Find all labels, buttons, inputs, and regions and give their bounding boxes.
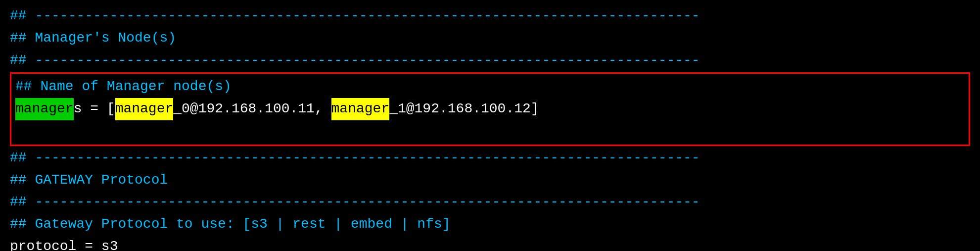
highlighted-section: ## Name of Manager node(s) managers = [m… — [10, 72, 970, 146]
comment-hash: ## — [10, 191, 35, 213]
line-separator-1: ## -------------------------------------… — [10, 5, 970, 27]
line-managers-assignment: managers = [manager_0@192.168.100.11, ma… — [15, 98, 965, 120]
comment-hash: ## — [15, 76, 40, 98]
separator-dashes: ----------------------------------------… — [35, 147, 700, 169]
line-empty-in-box — [15, 120, 965, 143]
separator-dashes: ----------------------------------------… — [35, 191, 700, 213]
keyword-manager-yellow-2: manager — [331, 98, 390, 120]
line-separator-4: ## -------------------------------------… — [10, 191, 970, 213]
assignment-start: s = [ — [74, 98, 115, 120]
line-gateway-heading: ## GATEWAY Protocol — [10, 169, 970, 192]
managers-heading-text: Manager's Node(s) — [35, 27, 176, 50]
comment-hash: ## — [10, 27, 35, 50]
line-manager-node-comment: ## Name of Manager node(s) — [15, 76, 965, 98]
line-separator-2: ## -------------------------------------… — [10, 50, 970, 72]
keyword-manager-yellow-1: manager — [115, 98, 174, 120]
line-separator-3: ## -------------------------------------… — [10, 147, 970, 169]
keyword-manager-green: manager — [15, 98, 74, 120]
gateway-protocol-comment-text: Gateway Protocol to use: [s3 | rest | em… — [35, 213, 450, 236]
line-protocol-assignment: protocol = s3 — [10, 236, 970, 251]
comment-hash: ## — [10, 5, 35, 27]
manager-1-value: _1@192.168.100.12] — [389, 98, 539, 120]
line-gateway-protocol-comment: ## Gateway Protocol to use: [s3 | rest |… — [10, 213, 970, 236]
separator-dashes: ----------------------------------------… — [35, 5, 700, 27]
comment-hash: ## — [10, 50, 35, 72]
separator-dashes: ----------------------------------------… — [35, 50, 700, 72]
code-editor: ## -------------------------------------… — [10, 5, 970, 251]
manager-node-comment-text: Name of Manager node(s) — [40, 76, 231, 98]
comment-hash: ## — [10, 213, 35, 236]
protocol-value: protocol = s3 — [10, 236, 118, 251]
empty-space — [15, 120, 24, 143]
comment-hash: ## — [10, 169, 35, 192]
comment-hash: ## — [10, 147, 35, 169]
manager-0-value: _0@192.168.100.11, — [173, 98, 331, 120]
gateway-heading-text: GATEWAY Protocol — [35, 169, 168, 192]
line-managers-heading: ## Manager's Node(s) — [10, 27, 970, 50]
